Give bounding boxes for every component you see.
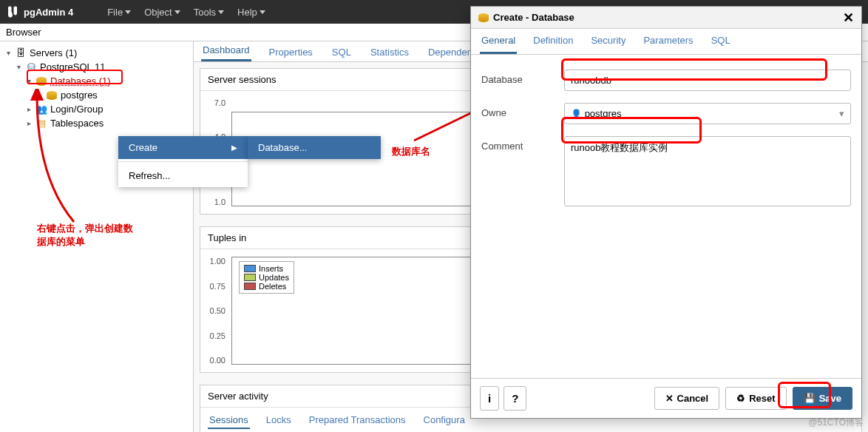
dialog-form: Database Owne 👤 postgres▾ Comment runoob…: [471, 55, 861, 378]
dialog-tabs: General Definition Security Parameters S…: [471, 29, 861, 55]
database-icon: [35, 76, 47, 87]
tree-postgres-db[interactable]: ▸postgres: [0, 88, 193, 102]
subtab-config[interactable]: Configura: [422, 412, 467, 429]
y-axis-ticks: 1.000.750.500.250.00: [206, 255, 228, 366]
recycle-icon: ♻: [736, 393, 745, 404]
tablespace-icon: ▤: [35, 118, 47, 129]
tab-sql[interactable]: SQL: [330, 43, 353, 61]
database-icon: [478, 13, 489, 22]
dlgtab-sql[interactable]: SQL: [710, 29, 732, 54]
reset-button[interactable]: ♻Reset: [725, 387, 786, 410]
tab-dashboard[interactable]: Dashboard: [201, 41, 251, 61]
dlgtab-definition[interactable]: Definition: [532, 29, 574, 54]
ctx-create[interactable]: Create▶: [118, 136, 248, 159]
create-database-dialog: Create - Database ✕ General Definition S…: [470, 6, 862, 419]
label-database: Database: [481, 70, 555, 85]
cancel-button[interactable]: ✕Cancel: [654, 387, 720, 410]
chart-legend: Inserts Updates Deletes: [239, 261, 294, 294]
annotation-menu: 右键点击，弹出创建数 据库的菜单: [37, 222, 140, 249]
chevron-down-icon: [125, 10, 131, 14]
menu-file[interactable]: File: [107, 7, 131, 18]
app-title: pgAdmin 4: [24, 7, 73, 18]
menu-tools[interactable]: Tools: [194, 7, 224, 18]
tab-statistics[interactable]: Statistics: [369, 43, 410, 61]
tree-tablespaces[interactable]: ▸▤Tablespaces: [0, 116, 193, 130]
owner-select[interactable]: 👤 postgres▾: [564, 103, 851, 124]
elephant-icon: ⛁: [25, 62, 37, 72]
save-button[interactable]: 💾Save: [793, 387, 852, 410]
app-logo: pgAdmin 4: [6, 5, 73, 18]
dlgtab-general[interactable]: General: [480, 29, 517, 54]
elephant-icon: [6, 5, 19, 18]
chevron-down-icon: [260, 10, 265, 14]
tab-properties[interactable]: Properties: [268, 43, 314, 61]
subtab-prepared[interactable]: Prepared Transactions: [308, 412, 407, 429]
database-input[interactable]: [564, 70, 851, 91]
dlgtab-security[interactable]: Security: [589, 29, 627, 54]
tree-login-group[interactable]: ▸👥Login/Group: [0, 102, 193, 116]
label-comment: Comment: [481, 136, 555, 152]
tree-databases[interactable]: ▾Databases (1): [0, 74, 193, 88]
close-icon[interactable]: ✕: [843, 10, 854, 26]
chevron-down-icon: [174, 10, 180, 14]
menu-help[interactable]: Help: [237, 7, 265, 18]
label-owner: Owne: [481, 103, 555, 118]
user-icon: 👤: [571, 109, 582, 119]
info-button[interactable]: i: [480, 386, 499, 411]
database-icon: [46, 90, 58, 101]
servers-icon: 🗄: [15, 48, 27, 58]
dialog-title: Create - Database: [493, 12, 574, 23]
subtab-locks[interactable]: Locks: [265, 412, 293, 429]
help-button[interactable]: ?: [503, 386, 526, 411]
save-icon: 💾: [804, 393, 816, 404]
annotation-dbname: 数据库名: [392, 145, 430, 158]
chevron-down-icon: [218, 10, 224, 14]
tree-servers[interactable]: ▾🗄Servers (1): [0, 46, 193, 60]
tree-postgresql[interactable]: ▾⛁PostgreSQL 11: [0, 60, 193, 74]
context-menu: Create▶ Refresh... Database...: [118, 136, 248, 187]
dlgtab-parameters[interactable]: Parameters: [642, 29, 694, 54]
dialog-footer: i ? ✕Cancel ♻Reset 💾Save: [471, 378, 861, 418]
comment-textarea[interactable]: runoob教程数据库实例: [564, 136, 851, 206]
dialog-header[interactable]: Create - Database ✕: [471, 7, 861, 29]
ctx-sub-database[interactable]: Database...: [248, 136, 381, 159]
chevron-right-icon: ▶: [231, 144, 237, 152]
menu-object[interactable]: Object: [144, 7, 180, 18]
chevron-down-icon: ▾: [839, 108, 844, 119]
browser-label: Browser: [6, 27, 41, 38]
users-icon: 👥: [35, 104, 47, 115]
ctx-refresh[interactable]: Refresh...: [118, 164, 248, 187]
subtab-sessions[interactable]: Sessions: [208, 412, 250, 429]
close-icon: ✕: [665, 393, 674, 404]
